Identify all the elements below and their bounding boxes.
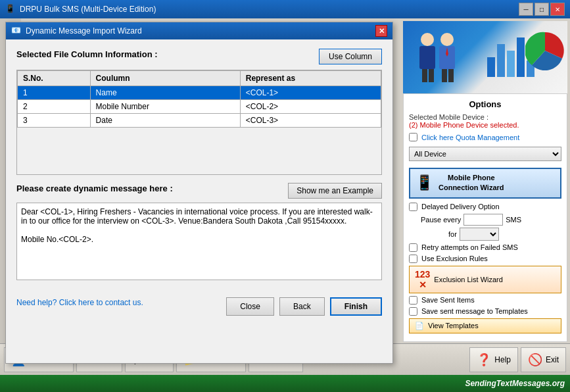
for-row: for — [409, 228, 561, 241]
minimize-btn[interactable]: ─ — [519, 3, 533, 16]
table-row[interactable]: 1Name<COL-1> — [18, 86, 381, 100]
table-cell-sno: 2 — [18, 100, 91, 114]
exclusion-row: Use Exclusion Rules — [409, 255, 561, 263]
svg-rect-2 — [422, 69, 427, 82]
pause-row: Pause every SMS — [409, 214, 561, 226]
save-template-checkbox[interactable] — [409, 307, 417, 316]
column-table: S.No. Coulumn Represent as 1Name<COL-1>2… — [17, 70, 381, 128]
wizard-phone-icon: 📱 — [416, 174, 433, 191]
status-bar-text: SendingTextMessages.org — [465, 379, 565, 388]
right-panel: Options Selected Mobile Device : (2) Mob… — [400, 18, 570, 343]
save-template-label: Save sent message to Templates — [421, 307, 528, 315]
table-cell-sno: 3 — [18, 114, 91, 128]
table-cell-represent: <COL-1> — [240, 86, 381, 100]
quota-link[interactable]: Click here Quota Management — [421, 134, 519, 141]
close-btn[interactable]: ✕ — [550, 3, 565, 16]
help-label: Help — [494, 355, 511, 364]
help-icon: ❓ — [477, 353, 491, 367]
templates-icon: 📄 — [415, 322, 424, 330]
device-value: (2) Mobile Phone Device selected. — [409, 121, 561, 129]
maximize-btn[interactable]: □ — [534, 3, 549, 16]
dialog-icon: 📧 — [11, 26, 22, 36]
back-button[interactable]: Back — [279, 297, 325, 316]
message-textarea[interactable] — [16, 203, 382, 280]
exclusion-label: Use Exclusion Rules — [421, 255, 488, 262]
svg-point-4 — [440, 33, 454, 46]
wizard-btn-text: Mobile PhoneConnection Wizard — [439, 173, 504, 193]
exit-icon: 🚫 — [528, 353, 542, 367]
retry-row: Retry attempts on Failed SMS — [409, 243, 561, 252]
app-title: DRPU Bulk SMS (Multi-Device Edition) — [20, 5, 519, 14]
svg-rect-8 — [448, 69, 454, 82]
sms-label: SMS — [506, 216, 521, 224]
message-section-title: Please create dynamic message here : — [16, 184, 173, 193]
exit-button[interactable]: 🚫 Exit — [521, 347, 566, 372]
col-header-represent: Represent as — [240, 71, 381, 86]
use-column-button[interactable]: Use Column — [319, 49, 382, 64]
save-template-row: Save sent message to Templates — [409, 307, 561, 316]
pie-chart-graphic — [525, 31, 565, 70]
help-link[interactable]: Need help? Click here to contact us. — [16, 298, 143, 307]
finish-button[interactable]: Finish — [330, 297, 382, 316]
pause-label: Pause every — [421, 216, 461, 224]
device-dropdown[interactable]: All Device Device 1 Device 2 — [409, 147, 561, 161]
help-button[interactable]: ❓ Help — [469, 347, 518, 372]
view-templates-label: View Templates — [428, 322, 479, 330]
file-info-title: Selected File Column Information : — [16, 49, 158, 59]
table-cell-represent: <COL-2> — [240, 100, 381, 114]
svg-rect-7 — [442, 69, 447, 82]
col-header-sno: S.No. — [18, 71, 91, 86]
mobile-wizard-button[interactable]: 📱 Mobile PhoneConnection Wizard — [409, 168, 561, 199]
svg-rect-1 — [419, 46, 435, 69]
retry-checkbox[interactable] — [409, 243, 417, 252]
for-label: for — [448, 230, 457, 238]
delayed-delivery-label: Delayed Delivery Option — [421, 203, 500, 210]
table-row[interactable]: 3Date<COL-3> — [18, 114, 381, 128]
dialog-window: 📧 Dynamic Message Import Wizard ✕ Select… — [5, 22, 393, 364]
table-row[interactable]: 2Mobile Number<COL-2> — [18, 100, 381, 114]
save-sent-checkbox[interactable] — [409, 296, 417, 305]
message-header: Please create dynamic message here : Sho… — [16, 183, 382, 199]
svg-point-0 — [421, 33, 434, 46]
close-dialog-button[interactable]: Close — [226, 297, 274, 316]
exclusion-icon: 123✕ — [415, 269, 430, 290]
dialog-buttons: Close Back Finish — [226, 297, 382, 316]
table-cell-column: Name — [90, 86, 240, 100]
table-cell-represent: <COL-3> — [240, 114, 381, 128]
dialog-content: Selected File Column Information : Use C… — [6, 39, 392, 325]
view-templates-button[interactable]: 📄 View Templates — [409, 318, 561, 333]
delayed-delivery-row: Delayed Delivery Option — [409, 203, 561, 211]
options-panel: Options Selected Mobile Device : (2) Mob… — [403, 93, 567, 342]
pause-input[interactable] — [463, 214, 503, 226]
title-bar: 📱 DRPU Bulk SMS (Multi-Device Edition) ─… — [0, 0, 570, 18]
exclusion-checkbox[interactable] — [409, 255, 417, 263]
retry-label: Retry attempts on Failed SMS — [421, 243, 518, 251]
quota-checkbox[interactable] — [409, 133, 417, 141]
app-icon: 📱 — [5, 4, 16, 14]
message-area: Please create dynamic message here : Sho… — [16, 183, 382, 283]
people-graphic — [413, 28, 465, 87]
status-bar: SendingTextMessages.org — [0, 375, 570, 392]
save-sent-row: Save Sent Items — [409, 296, 561, 305]
exclusion-wizard-button[interactable]: 123✕ Exclusion List Wizard — [409, 266, 561, 293]
device-label: Selected Mobile Device : — [409, 113, 561, 121]
col-header-column: Coulumn — [90, 71, 240, 86]
table-cell-sno: 1 — [18, 86, 91, 100]
for-select[interactable] — [460, 228, 499, 241]
dialog-title: Dynamic Message Import Wizard — [26, 26, 375, 36]
exit-label: Exit — [546, 355, 559, 364]
show-example-button[interactable]: Show me an Example — [288, 183, 382, 199]
delayed-delivery-checkbox[interactable] — [409, 203, 417, 211]
dialog-title-bar: 📧 Dynamic Message Import Wizard ✕ — [6, 22, 392, 39]
column-table-wrapper: S.No. Coulumn Represent as 1Name<COL-1>2… — [16, 70, 382, 175]
svg-rect-3 — [429, 69, 434, 82]
window-controls: ─ □ ✕ — [519, 3, 565, 16]
exclusion-wizard-label: Exclusion List Wizard — [434, 276, 503, 283]
header-graphic — [403, 21, 567, 93]
table-cell-column: Date — [90, 114, 240, 128]
dialog-close-btn[interactable]: ✕ — [375, 25, 387, 37]
options-title: Options — [409, 99, 561, 109]
save-sent-label: Save Sent Items — [421, 296, 475, 304]
table-cell-column: Mobile Number — [90, 100, 240, 114]
app-body: To N Me 0 C 📧 Dynamic Message Import Wiz… — [0, 18, 570, 343]
